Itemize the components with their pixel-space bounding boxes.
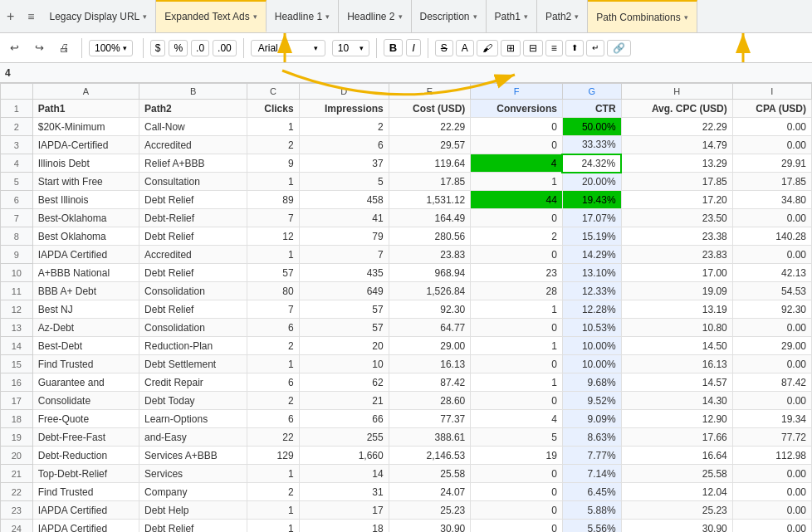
col-header-I[interactable]: I bbox=[732, 84, 811, 100]
undo-button[interactable]: ↩ bbox=[3, 37, 25, 59]
cell-reference-bar: 4 bbox=[0, 63, 812, 83]
bold-button[interactable]: B bbox=[384, 39, 403, 56]
cell-cost: 29.00 bbox=[389, 337, 471, 355]
cell-avg-cpc: 16.64 bbox=[621, 447, 732, 465]
cell-impressions: 57 bbox=[299, 300, 389, 319]
table-row: 2$20K-MinimumCall-Now1222.29050.00%22.29… bbox=[1, 118, 812, 136]
cell-ctr: 12.28% bbox=[562, 300, 621, 319]
border-button[interactable]: ⊞ bbox=[501, 40, 521, 56]
text-color-button[interactable]: A bbox=[456, 40, 474, 56]
col-header-A[interactable]: A bbox=[32, 84, 139, 100]
row-header: 9 bbox=[1, 246, 33, 264]
cell-cost: 23.83 bbox=[389, 246, 471, 264]
tab-path-combinations[interactable]: Path Combinations ▾ bbox=[588, 0, 697, 32]
separator bbox=[376, 38, 377, 58]
redo-button[interactable]: ↪ bbox=[28, 37, 50, 59]
font-selector[interactable]: Arial ▾ bbox=[251, 40, 325, 56]
tab-headline2[interactable]: Headline 2 ▾ bbox=[339, 0, 411, 32]
dropdown-arrow-icon: ▾ bbox=[684, 13, 688, 22]
wrap-button[interactable]: ↵ bbox=[586, 40, 604, 56]
currency-button[interactable]: $ bbox=[150, 40, 166, 56]
cell-impressions: 458 bbox=[299, 191, 389, 209]
cell-clicks: 2 bbox=[247, 136, 299, 154]
cell-avg-cpc: 17.66 bbox=[621, 428, 732, 447]
percent-button[interactable]: % bbox=[169, 40, 188, 56]
cell-path2: Company bbox=[139, 483, 247, 501]
col-header-H[interactable]: H bbox=[621, 84, 732, 100]
row-header: 11 bbox=[1, 282, 33, 300]
col-header-B[interactable]: B bbox=[139, 84, 247, 100]
col-header-D[interactable]: D bbox=[299, 84, 389, 100]
valign-button[interactable]: ⬆ bbox=[565, 40, 584, 56]
row-header: 17 bbox=[1, 392, 33, 410]
strikethrough-button[interactable]: S bbox=[435, 40, 453, 56]
col-header-C[interactable]: C bbox=[247, 84, 299, 100]
cell-ctr: 9.68% bbox=[562, 373, 621, 392]
cell-path2: Services A+BBB bbox=[139, 447, 247, 465]
cell-clicks: 80 bbox=[247, 282, 299, 300]
tab-path1[interactable]: Path1 ▾ bbox=[487, 0, 537, 32]
cell-path2: Reduction-Plan bbox=[139, 337, 247, 355]
col-header-F[interactable]: F bbox=[471, 84, 563, 100]
merge-button[interactable]: ⊟ bbox=[523, 40, 543, 56]
cell-conversions: 1 bbox=[471, 373, 563, 392]
decimal-more-button[interactable]: .00 bbox=[213, 40, 237, 56]
cell-path2: Debt Today bbox=[139, 392, 247, 410]
add-sheet-button[interactable]: + bbox=[0, 9, 21, 24]
cell-conversions: 4 bbox=[471, 154, 563, 173]
sheet-menu-button[interactable]: ≡ bbox=[21, 10, 41, 23]
cell-impressions: 66 bbox=[299, 410, 389, 428]
cell-ctr: 10.00% bbox=[562, 355, 621, 373]
zoom-control[interactable]: 100% ▾ bbox=[89, 40, 133, 56]
decimal-less-button[interactable]: .0 bbox=[191, 40, 209, 56]
tab-expanded-text-ads[interactable]: Expanded Text Ads ▾ bbox=[156, 0, 267, 32]
cell-path1: Guarantee and bbox=[32, 373, 139, 392]
col-header-E[interactable]: E bbox=[389, 84, 471, 100]
cell-path1: BBB A+ Debt bbox=[32, 282, 139, 300]
link-button[interactable]: 🔗 bbox=[607, 40, 631, 56]
font-size-selector[interactable]: 10 ▾ bbox=[332, 40, 369, 56]
cell-cost: 1,526.84 bbox=[389, 282, 471, 300]
cell-path1: A+BBB National bbox=[32, 264, 139, 282]
tab-headline1[interactable]: Headline 1 ▾ bbox=[267, 0, 339, 32]
table-row: 13Az-DebtConsolidation65764.77010.53%10.… bbox=[1, 319, 812, 337]
cell-clicks: 12 bbox=[247, 227, 299, 246]
row-header: 7 bbox=[1, 209, 33, 227]
align-button[interactable]: ≡ bbox=[545, 40, 563, 56]
cell-conversions: 0 bbox=[471, 136, 563, 154]
italic-button[interactable]: I bbox=[406, 39, 421, 56]
table-row: 15Find TrustedDebt Settlement11016.13010… bbox=[1, 355, 812, 373]
cell-cost: 280.56 bbox=[389, 227, 471, 246]
cell-path2: Relief A+BBB bbox=[139, 154, 247, 173]
tab-legacy-display-url[interactable]: Legacy Display URL ▾ bbox=[42, 0, 157, 32]
table-row: 10A+BBB NationalDebt Relief57435968.9423… bbox=[1, 264, 812, 282]
cell-cpa: 0.00 bbox=[732, 118, 811, 136]
cell-avg-cpc: 30.90 bbox=[621, 520, 732, 533]
tab-path2[interactable]: Path2 ▾ bbox=[537, 0, 588, 32]
cell-avg-cpc: 23.38 bbox=[621, 227, 732, 246]
spreadsheet-area[interactable]: A B C D E F G H I 1 Path1 Path2 Clicks I… bbox=[0, 83, 812, 532]
cell-cpa: 0.00 bbox=[732, 246, 811, 264]
highlight-button[interactable]: 🖌 bbox=[477, 40, 498, 56]
dropdown-arrow-icon: ▾ bbox=[575, 12, 579, 21]
tab-description[interactable]: Description ▾ bbox=[412, 0, 487, 32]
cell-path2: Services bbox=[139, 465, 247, 483]
fontsize-dropdown-icon: ▾ bbox=[360, 44, 364, 52]
row-header: 12 bbox=[1, 300, 33, 319]
row-header: 6 bbox=[1, 191, 33, 209]
cell-conversions: 1 bbox=[471, 337, 563, 355]
col-header-G[interactable]: G bbox=[562, 84, 621, 100]
col-header-row bbox=[1, 84, 33, 100]
cell-avg-cpc: 17.00 bbox=[621, 264, 732, 282]
cell-path1: Find Trusted bbox=[32, 355, 139, 373]
row-header: 14 bbox=[1, 337, 33, 355]
header-cpa: CPA (USD) bbox=[732, 100, 811, 118]
cell-cost: 1,531.12 bbox=[389, 191, 471, 209]
row-header: 21 bbox=[1, 465, 33, 483]
cell-path1: Top-Debt-Relief bbox=[32, 465, 139, 483]
cell-avg-cpc: 13.29 bbox=[621, 154, 732, 173]
cell-impressions: 255 bbox=[299, 428, 389, 447]
row-header: 22 bbox=[1, 483, 33, 501]
print-button[interactable]: 🖨 bbox=[53, 37, 75, 59]
cell-avg-cpc: 10.80 bbox=[621, 319, 732, 337]
